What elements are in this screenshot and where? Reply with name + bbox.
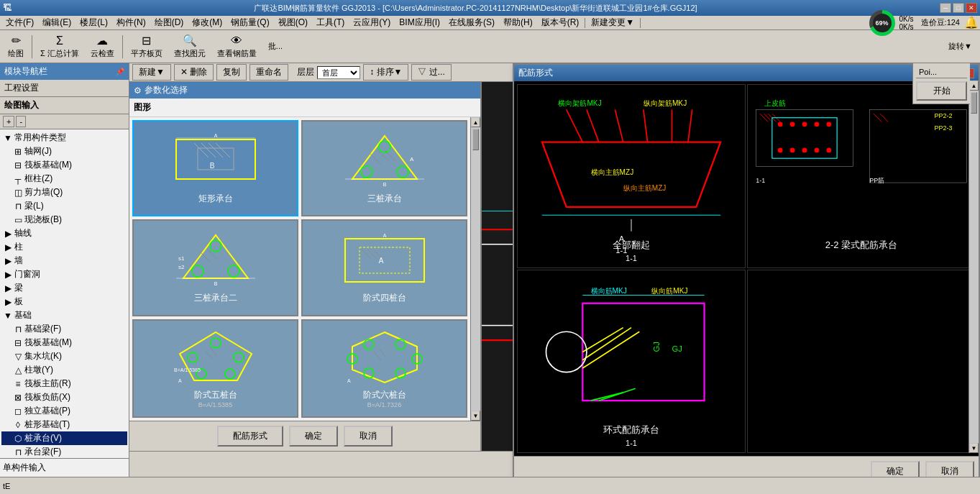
download-speed: 0K/s (899, 23, 914, 31)
tree-item-common[interactable]: ▼ 常用构件类型 (1, 131, 127, 145)
shape-step4[interactable]: A A 阶式四桩台 (301, 219, 467, 316)
sidebar-add-btn[interactable]: + (3, 116, 14, 127)
delete-btn[interactable]: ✕ 删除 (174, 64, 214, 81)
menu-bim[interactable]: BIM应用(I) (395, 16, 444, 29)
reinf-scroll-up[interactable]: ▲ (969, 81, 979, 91)
axis-icon: ⊞ (13, 147, 23, 157)
reinf-cell-ring[interactable]: 横向筋MKJ 纵向筋MKJ GJ GJ 环式配筋承台 1-1 (517, 270, 746, 454)
tree-item-wall2[interactable]: ▶ 墙 (1, 254, 127, 267)
tree-item-beam2[interactable]: ▶ 梁 (1, 281, 127, 295)
tree-item-found-mat[interactable]: ⊟ 筏板基础(M) (1, 336, 127, 349)
svg-text:A: A (214, 133, 217, 138)
tree-item-found-main[interactable]: ≡ 筏板主筋(R) (1, 377, 127, 390)
canvas-area: 新建▼ ✕ 删除 复制 重命名 层层 首层 ↕ 排序▼ ▽ 过... ⚙ 参数化… (129, 63, 980, 477)
new-btn[interactable]: 新建▼ (132, 64, 171, 81)
svg-text:A: A (383, 233, 386, 238)
speed-stats: 0K/s 0K/s (899, 15, 914, 31)
tree-label-foundation: 基础 (14, 309, 32, 321)
tree-item-cushion[interactable]: ⊟ 筏板基础(M) (1, 158, 127, 172)
toolbar-batch-btn[interactable]: 批... (263, 34, 288, 60)
tree-item-found-pit[interactable]: ▽ 集水坑(K) (1, 349, 127, 363)
tree-item-doorwin[interactable]: ▶ 门窗洞 (1, 267, 127, 281)
menu-tools[interactable]: 工具(T) (312, 16, 349, 29)
titlebar-title: 广联达BIM钢筋算量软件 GGJ2013 - [C:\Users\Adminis… (12, 3, 940, 14)
tree-item-foundation[interactable]: ▼ 基础 (1, 308, 127, 322)
sort-btn[interactable]: ↕ 排序▼ (363, 64, 408, 81)
menu-steelbar[interactable]: 钢筋量(Q) (226, 16, 273, 29)
svg-line-5 (216, 143, 230, 157)
reinf-dialog: 配筋形式 ─ □ ✕ (513, 63, 980, 477)
toolbar-align-btn[interactable]: ⊟ 平齐板页 (126, 34, 168, 60)
scroll-down-btn[interactable]: ▼ (471, 411, 480, 421)
tree-item-axis[interactable]: ⊞ 轴网(J) (1, 145, 127, 158)
shape-step5[interactable]: A B=A/1.5385 阶式五桩台 B=A/1.5385 (132, 319, 298, 418)
reinf-style-btn[interactable]: 配筋形式 (217, 426, 283, 447)
menu-file[interactable]: 文件(F) (1, 16, 38, 29)
filter-btn[interactable]: ▽ 过... (411, 64, 451, 81)
drawing-input-link[interactable]: 绘图输入 (0, 97, 129, 114)
reinf-scroll-down[interactable]: ▼ (969, 443, 979, 453)
reinf-scroll-thumb[interactable] (971, 92, 977, 114)
bell-icon[interactable]: 🔔 (964, 16, 979, 29)
tree-item-axisline[interactable]: ▶ 轴线 (1, 227, 127, 240)
tree-item-column[interactable]: ┬ 框柱(Z) (1, 172, 127, 186)
tree-item-slab[interactable]: ▭ 现浇板(B) (1, 213, 127, 227)
copy-btn[interactable]: 复制 (216, 64, 247, 81)
tree-item-found-capbeam[interactable]: ⊓ 承台梁(F) (1, 445, 127, 458)
param-cancel-btn[interactable]: 取消 (344, 426, 393, 447)
reinf-ok-btn[interactable]: 确定 (871, 461, 920, 477)
menu-online[interactable]: 在线服务(S) (444, 16, 499, 29)
shape-scrollbar[interactable]: ▲ ▼ (470, 117, 480, 421)
param-dialog-footer: 配筋形式 确定 取消 (129, 421, 480, 451)
layer-select[interactable]: 首层 (317, 66, 360, 79)
rename-btn[interactable]: 重命名 (249, 64, 288, 81)
svg-point-41 (225, 369, 235, 379)
toolbar-draw-btn[interactable]: ✏ 绘图 (3, 34, 29, 60)
toolbar-find-btn[interactable]: 🔍 查找图元 (169, 34, 211, 60)
menu-draw[interactable]: 绘图(D) (150, 16, 188, 29)
tree-item-found-cap[interactable]: ⬡ 桩承台(V) (1, 431, 127, 445)
toolbar-calc-btn[interactable]: Σ Σ 汇总计算 (35, 34, 84, 60)
tree-item-found-shape[interactable]: ◊ 桩形基础(T) (1, 418, 127, 431)
tree-item-beam[interactable]: ⊓ 梁(L) (1, 199, 127, 213)
tree-item-slab2[interactable]: ▶ 板 (1, 295, 127, 308)
reinf-cell-empty[interactable] (747, 270, 976, 454)
svg-text:A: A (378, 257, 383, 265)
menu-modify[interactable]: 修改(M) (188, 16, 226, 29)
menu-help[interactable]: 帮助(H) (499, 16, 537, 29)
reinf-cell-flip-all[interactable]: 横向架筋MKJ 纵向架筋MKJ 横向主筋MZJ 纵向主筋MZJ A 1-1 全部… (517, 84, 746, 268)
scroll-thumb[interactable] (472, 129, 479, 150)
tree-item-col2[interactable]: ▶ 柱 (1, 240, 127, 254)
tree-item-shearwall[interactable]: ◫ 剪力墙(Q) (1, 186, 127, 199)
menu-cloud[interactable]: 云应用(Y) (349, 16, 395, 29)
tree-item-found-col[interactable]: △ 柱墩(Y) (1, 363, 127, 377)
menu-version[interactable]: 版本号(R) (537, 16, 584, 29)
tree-item-found-neg[interactable]: ⊠ 筏板负筋(X) (1, 390, 127, 404)
menu-floor[interactable]: 楼层(L) (75, 16, 112, 29)
menu-view[interactable]: 视图(O) (274, 16, 312, 29)
shape-step6[interactable]: A 阶式六桩台 B=A/1.7326 (301, 319, 467, 418)
sidebar-minus-btn[interactable]: - (16, 116, 26, 127)
menu-edit[interactable]: 编辑(E) (38, 16, 75, 29)
tree-item-found-beam[interactable]: ⊓ 基础梁(F) (1, 322, 127, 336)
toolbar-steelview-btn[interactable]: 👁 查看钢筋量 (212, 34, 262, 60)
svg-line-4 (209, 143, 223, 157)
scroll-up-btn[interactable]: ▲ (471, 117, 480, 127)
reinf-cell-beam22[interactable]: 上皮筋 (747, 84, 976, 268)
tree-item-found-stand[interactable]: ◻ 独立基础(P) (1, 404, 127, 418)
menu-new-change[interactable]: 新建变更▼ (587, 16, 638, 29)
reinf-scrollbar[interactable]: ▲ ▼ (968, 81, 979, 453)
menu-element[interactable]: 构件(N) (112, 16, 150, 29)
pencil-icon: ✏ (12, 34, 21, 47)
right-stats: 69% 0K/s 0K/s 造价豆:124 🔔 (869, 10, 979, 36)
reinf-cancel-btn[interactable]: 取消 (925, 461, 974, 477)
param-ok-btn[interactable]: 确定 (289, 426, 338, 447)
shape-tri3b[interactable]: s1 s2 B 三桩承台二 (132, 219, 298, 316)
start-button[interactable]: 开始 (916, 81, 967, 101)
toolbar-rotate-btn[interactable]: 旋转▼ (943, 34, 977, 60)
toolbar-check-btn[interactable]: ☁ 云检查 (86, 34, 119, 60)
shape-tri3[interactable]: A B 三桩承台 (301, 120, 467, 216)
sidebar-bottom-btn[interactable]: 单构件输入 (0, 458, 129, 477)
shape-rect[interactable]: B A 矩形承台 (132, 120, 298, 216)
project-settings-link[interactable]: 工程设置 (0, 80, 129, 97)
